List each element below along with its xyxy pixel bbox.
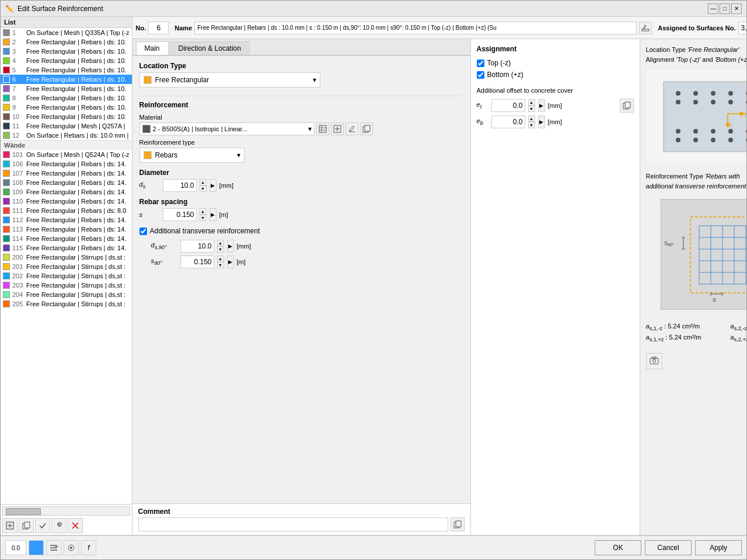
list-item[interactable]: 203Free Rectangular | Stirrups | ds,st : xyxy=(1,281,132,290)
list-item[interactable]: 200Free Rectangular | Stirrups | ds,st : xyxy=(1,253,132,262)
new-item-button[interactable] xyxy=(2,518,18,533)
apply-button[interactable]: Apply xyxy=(695,540,742,555)
minimize-button[interactable]: — xyxy=(708,4,718,14)
list-item[interactable]: 11Free Rectangular | Mesh | Q257A | xyxy=(1,121,132,131)
reinf-type-dropdown[interactable]: Rebars ▾ xyxy=(139,148,245,163)
list-item[interactable]: 205Free Rectangular | Stirrups | ds,st : xyxy=(1,299,132,309)
check-button[interactable] xyxy=(35,518,50,533)
tab-direction[interactable]: Direction & Location xyxy=(170,41,250,55)
bottom-checkbox[interactable] xyxy=(477,71,484,79)
transverse-checkbox[interactable] xyxy=(139,228,147,235)
close-button[interactable]: ✕ xyxy=(731,4,742,14)
s90-spin-down[interactable]: ▼ xyxy=(217,262,224,268)
material-edit-button[interactable] xyxy=(345,123,358,135)
item-number: 114 xyxy=(12,235,24,242)
maximize-button[interactable]: □ xyxy=(720,4,730,14)
top-checkbox[interactable] xyxy=(477,60,484,67)
duplicate-button[interactable] xyxy=(19,518,34,533)
top-checkbox-label[interactable]: Top (-z) xyxy=(477,59,634,67)
comment-input[interactable] xyxy=(138,517,448,531)
list-item[interactable]: 110Free Rectangular | Rebars | ds: 14. xyxy=(1,197,132,206)
list-group-header: Wände xyxy=(1,140,132,150)
list-item[interactable]: 115Free Rectangular | Rebars | ds: 14. xyxy=(1,243,132,253)
s90-spin-up[interactable]: ▲ xyxy=(217,256,224,262)
name-edit-button[interactable] xyxy=(639,22,652,34)
list-item[interactable]: 113Free Rectangular | Rebars | ds: 14. xyxy=(1,225,132,234)
material-dropdown[interactable]: 2 - B500S(A) | Isotropic | Linear... ▾ xyxy=(139,123,315,135)
assigned-value[interactable]: 3,11 xyxy=(738,22,746,34)
comment-copy-button[interactable] xyxy=(451,517,465,531)
list-item[interactable]: 1On Surface | Mesh | Q335A | Top (-z xyxy=(1,28,132,37)
et-copy-button[interactable] xyxy=(620,99,634,113)
list-item[interactable]: 10Free Rectangular | Rebars | ds: 10. xyxy=(1,112,132,121)
list-item[interactable]: 6Free Rectangular | Rebars | ds: 10. xyxy=(1,75,132,84)
list-item[interactable]: 108Free Rectangular | Rebars | ds: 14. xyxy=(1,178,132,187)
list-scrollbar[interactable] xyxy=(2,506,130,516)
color-button[interactable] xyxy=(29,540,44,555)
list-item[interactable]: 201Free Rectangular | Stirrups | ds,st : xyxy=(1,262,132,271)
ds-input[interactable]: 10.0 xyxy=(163,179,197,192)
list-item[interactable]: 107Free Rectangular | Rebars | ds: 14. xyxy=(1,169,132,178)
tab-main[interactable]: Main xyxy=(136,41,169,55)
ds-spin-up[interactable]: ▲ xyxy=(200,179,207,186)
list-item[interactable]: 5Free Rectangular | Rebars | ds: 10. xyxy=(1,65,132,75)
ds90-input[interactable]: 10.0 xyxy=(180,240,214,253)
ds90-spin-down[interactable]: ▼ xyxy=(217,246,224,253)
list-item[interactable]: 2Free Rectangular | Rebars | ds: 10. xyxy=(1,37,132,47)
eb-spin-down[interactable]: ▼ xyxy=(528,122,535,128)
s90-arrow-button[interactable]: ▶ xyxy=(227,256,234,268)
list-item[interactable]: 12On Surface | Rebars | ds: 10.0 mm | xyxy=(1,131,132,140)
list-item[interactable]: 101On Surface | Mesh | Q524A | Top (-z xyxy=(1,150,132,159)
bottom-checkbox-label[interactable]: Bottom (+z) xyxy=(477,71,634,79)
ds-arrow-button[interactable]: ▶ xyxy=(210,179,217,192)
ds90-spin-up[interactable]: ▲ xyxy=(217,240,224,246)
list-item[interactable]: 7Free Rectangular | Rebars | ds: 10. xyxy=(1,84,132,93)
ds-spin-down[interactable]: ▼ xyxy=(200,186,207,192)
list-item[interactable]: 202Free Rectangular | Stirrups | ds,st : xyxy=(1,271,132,281)
align-button[interactable] xyxy=(46,540,61,555)
list-item[interactable]: 109Free Rectangular | Rebars | ds: 14. xyxy=(1,187,132,197)
item-color-swatch xyxy=(3,113,10,120)
ds90-arrow-button[interactable]: ▶ xyxy=(227,240,234,253)
location-type-value: Free Rectangular xyxy=(155,76,309,84)
list-item[interactable]: 204Free Rectangular | Stirrups | ds,st : xyxy=(1,290,132,299)
settings-button[interactable] xyxy=(51,518,67,533)
material-new-button[interactable] xyxy=(331,123,344,135)
zoom-value[interactable]: 0.0 xyxy=(5,540,26,555)
s-input[interactable]: 0.150 xyxy=(163,208,197,221)
et-arrow-button[interactable]: ▶ xyxy=(538,99,545,112)
item-color-swatch xyxy=(3,160,10,167)
eb-spin-up[interactable]: ▲ xyxy=(528,116,535,122)
item-text: Free Rectangular | Rebars | ds: 10. xyxy=(26,104,126,111)
list-item[interactable]: 112Free Rectangular | Rebars | ds: 14. xyxy=(1,215,132,225)
list-item[interactable]: 106Free Rectangular | Rebars | ds: 14. xyxy=(1,159,132,169)
ok-button[interactable]: OK xyxy=(595,540,641,555)
list-item[interactable]: 9Free Rectangular | Rebars | ds: 10. xyxy=(1,103,132,112)
et-spin-up[interactable]: ▲ xyxy=(528,99,535,106)
material-table-button[interactable] xyxy=(316,123,329,135)
transverse-checkbox-group: Additional transverse reinforcement xyxy=(139,227,463,235)
list-scroll-area[interactable]: 1On Surface | Mesh | Q335A | Top (-z2Fre… xyxy=(1,28,132,504)
delete-button[interactable] xyxy=(68,518,83,533)
list-item[interactable]: 111Free Rectangular | Rebars | ds: 8.0 xyxy=(1,206,132,215)
location-type-dropdown[interactable]: Free Rectangular ▾ xyxy=(139,72,320,88)
view-button[interactable] xyxy=(64,540,79,555)
transverse-checkbox-label[interactable]: Additional transverse reinforcement xyxy=(139,227,463,235)
cancel-button[interactable]: Cancel xyxy=(645,540,692,555)
item-color-swatch xyxy=(3,198,10,205)
eb-input[interactable]: 0.0 xyxy=(491,116,525,128)
list-item[interactable]: 3Free Rectangular | Rebars | ds: 10. xyxy=(1,47,132,56)
list-item[interactable]: 8Free Rectangular | Rebars | ds: 10. xyxy=(1,93,132,103)
s-spin-down[interactable]: ▼ xyxy=(200,215,207,221)
eb-arrow-button[interactable]: ▶ xyxy=(538,116,545,128)
s90-input[interactable]: 0.150 xyxy=(180,256,214,268)
screenshot-button[interactable] xyxy=(646,353,662,369)
s-spin-up[interactable]: ▲ xyxy=(200,208,207,215)
et-input[interactable]: 0.0 xyxy=(491,99,525,112)
function-button[interactable]: f xyxy=(81,540,96,555)
et-spin-down[interactable]: ▼ xyxy=(528,106,535,112)
list-item[interactable]: 4Free Rectangular | Rebars | ds: 10. xyxy=(1,56,132,65)
material-copy-button[interactable] xyxy=(360,123,373,135)
s-arrow-button[interactable]: ▶ xyxy=(210,208,217,221)
list-item[interactable]: 114Free Rectangular | Rebars | ds: 14. xyxy=(1,234,132,243)
